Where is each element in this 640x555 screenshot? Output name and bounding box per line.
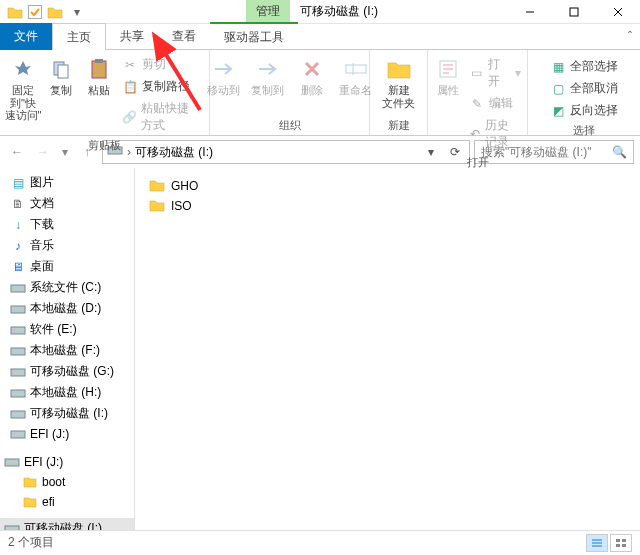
svg-rect-14: [11, 411, 25, 418]
tab-view[interactable]: 查看: [158, 23, 210, 50]
tree-item-drive-d[interactable]: 本地磁盘 (D:): [0, 298, 134, 319]
svg-rect-8: [11, 285, 25, 292]
folder-icon: [22, 494, 38, 510]
list-item[interactable]: GHO: [145, 176, 630, 196]
status-count: 2 个项目: [8, 534, 54, 551]
tree-item-drive-g[interactable]: 可移动磁盘 (G:): [0, 361, 134, 382]
nav-forward-button[interactable]: →: [32, 141, 54, 163]
selectnone-icon: ▢: [550, 81, 566, 97]
drive-icon: [10, 301, 26, 317]
pin-icon: [10, 56, 36, 82]
delete-button[interactable]: 删除: [290, 52, 334, 97]
tree-item-downloads[interactable]: ↓下载: [0, 214, 134, 235]
svg-rect-21: [622, 544, 626, 547]
ribbon-collapse-icon[interactable]: ˆ: [620, 30, 640, 44]
tab-drive-tools[interactable]: 驱动器工具: [210, 22, 298, 51]
properties-button[interactable]: 属性: [431, 52, 465, 97]
svg-rect-12: [11, 369, 25, 376]
svg-rect-15: [11, 431, 25, 438]
history-button[interactable]: ↶历史记录: [465, 115, 525, 153]
tree-item-drive-j[interactable]: EFI (J:): [0, 424, 134, 444]
select-all-button[interactable]: ▦全部选择: [546, 56, 622, 77]
close-button[interactable]: [596, 0, 640, 24]
tab-share[interactable]: 共享: [106, 23, 158, 50]
group-label-new: 新建: [374, 116, 423, 135]
view-details-button[interactable]: [586, 534, 608, 552]
list-item[interactable]: ISO: [145, 196, 630, 216]
tree-item-drive-h[interactable]: 本地磁盘 (H:): [0, 382, 134, 403]
moveto-button[interactable]: 移动到: [202, 52, 246, 97]
folder-icon: [149, 178, 165, 194]
drive-icon: [10, 364, 26, 380]
edit-button[interactable]: ✎编辑: [465, 93, 525, 114]
svg-rect-19: [622, 539, 626, 542]
tab-home[interactable]: 主页: [52, 23, 106, 52]
qat-dropdown-icon[interactable]: ▾: [68, 3, 86, 21]
tree-item-drive-c[interactable]: 系统文件 (C:): [0, 277, 134, 298]
new-folder-button[interactable]: 新建 文件夹: [377, 52, 421, 109]
svg-rect-13: [11, 390, 25, 397]
newfolder-icon: [386, 56, 412, 82]
select-invert-button[interactable]: ◩反向选择: [546, 100, 622, 121]
qat-check-icon[interactable]: [28, 5, 42, 19]
paste-icon: [86, 56, 112, 82]
tree-item-drive-i[interactable]: 可移动磁盘 (I:): [0, 403, 134, 424]
tree-item-drive-f[interactable]: 本地磁盘 (F:): [0, 340, 134, 361]
tree-item-docs[interactable]: 🗎文档: [0, 193, 134, 214]
drive-icon: [4, 521, 20, 531]
folder-icon: [22, 474, 38, 490]
select-none-button[interactable]: ▢全部取消: [546, 78, 622, 99]
tree-header-drive-i[interactable]: 可移动磁盘 (I:): [0, 518, 134, 530]
pasteshortcut-icon: 🔗: [122, 109, 137, 125]
edit-icon: ✎: [469, 96, 485, 112]
cut-icon: ✂: [122, 57, 138, 73]
history-icon: ↶: [469, 126, 481, 142]
tree-item-efi[interactable]: efi: [0, 492, 134, 512]
drive-icon: [10, 322, 26, 338]
copy-path-button[interactable]: 📋复制路径: [118, 76, 205, 97]
svg-rect-20: [616, 544, 620, 547]
paste-shortcut-button[interactable]: 🔗粘贴快捷方式: [118, 98, 205, 136]
view-icons-button[interactable]: [610, 534, 632, 552]
tree-item-music[interactable]: ♪音乐: [0, 235, 134, 256]
svg-rect-10: [11, 327, 25, 334]
svg-rect-0: [570, 8, 578, 16]
maximize-button[interactable]: [552, 0, 596, 24]
copyto-button[interactable]: 复制到: [246, 52, 290, 97]
qat-folder-icon[interactable]: [46, 3, 64, 21]
file-list[interactable]: GHO ISO: [135, 168, 640, 530]
svg-rect-18: [616, 539, 620, 542]
open-icon: ▭: [469, 65, 484, 81]
svg-rect-11: [11, 348, 25, 355]
drive-icon: [10, 426, 26, 442]
selectall-icon: ▦: [550, 59, 566, 75]
tree-header-efi-j[interactable]: EFI (J:): [0, 452, 134, 472]
drive-icon: [10, 280, 26, 296]
downloads-icon: ↓: [10, 217, 26, 233]
tree-item-pictures[interactable]: ▤图片: [0, 172, 134, 193]
folder-icon: [149, 198, 165, 214]
pin-quickaccess-button[interactable]: 固定到"快 速访问": [4, 52, 42, 122]
rename-button[interactable]: 重命名: [334, 52, 378, 97]
desktop-icon: 🖥: [10, 259, 26, 275]
group-label-open: 打开: [432, 153, 523, 172]
tree-item-desktop[interactable]: 🖥桌面: [0, 256, 134, 277]
paste-button[interactable]: 粘贴: [80, 52, 118, 97]
nav-tree[interactable]: ▤图片 🗎文档 ↓下载 ♪音乐 🖥桌面 系统文件 (C:) 本地磁盘 (D:) …: [0, 168, 135, 530]
tree-item-boot[interactable]: boot: [0, 472, 134, 492]
copypath-icon: 📋: [122, 79, 138, 95]
tab-file[interactable]: 文件: [0, 23, 52, 50]
drive-icon: [10, 385, 26, 401]
title-context-tab: 管理: [246, 0, 290, 24]
group-label-organize: 组织: [214, 116, 365, 135]
open-button[interactable]: ▭打开▾: [465, 54, 525, 92]
copy-button[interactable]: 复制: [42, 52, 80, 97]
svg-rect-17: [5, 526, 19, 531]
window-title: 可移动磁盘 (I:): [290, 0, 388, 24]
drive-icon: [4, 454, 20, 470]
minimize-button[interactable]: [508, 0, 552, 24]
delete-icon: [299, 56, 325, 82]
tree-item-drive-e[interactable]: 软件 (E:): [0, 319, 134, 340]
group-label-select: 选择: [532, 121, 636, 140]
cut-button[interactable]: ✂剪切: [118, 54, 205, 75]
